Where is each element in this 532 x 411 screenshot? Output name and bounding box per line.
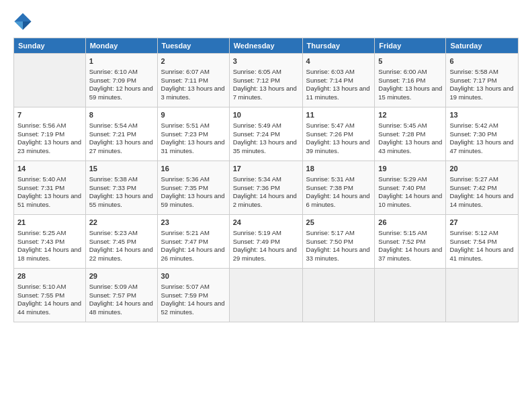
sunset-text: Sunset: 7:50 PM bbox=[306, 238, 371, 246]
day-number: 14 bbox=[17, 164, 82, 174]
cell-w5-d1: 28Sunrise: 5:10 AMSunset: 7:55 PMDayligh… bbox=[14, 269, 86, 322]
daylight-text: Daylight: 14 hours and 29 minutes. bbox=[233, 246, 299, 263]
sunrise-text: Sunrise: 5:23 AM bbox=[89, 229, 154, 238]
cell-w3-d5: 18Sunrise: 5:31 AMSunset: 7:38 PMDayligh… bbox=[302, 161, 375, 215]
daylight-text: Daylight: 13 hours and 39 minutes. bbox=[306, 138, 371, 156]
sunrise-text: Sunrise: 5:09 AM bbox=[89, 283, 154, 291]
daylight-text: Daylight: 13 hours and 43 minutes. bbox=[378, 138, 442, 156]
sunset-text: Sunset: 7:19 PM bbox=[17, 130, 82, 139]
day-number: 22 bbox=[89, 218, 154, 228]
sunset-text: Sunset: 7:31 PM bbox=[17, 184, 82, 193]
page: SundayMondayTuesdayWednesdayThursdayFrid… bbox=[0, 0, 532, 329]
day-number: 16 bbox=[161, 164, 226, 174]
daylight-text: Daylight: 14 hours and 48 minutes. bbox=[89, 300, 154, 317]
daylight-text: Daylight: 14 hours and 52 minutes. bbox=[161, 300, 226, 317]
sunset-text: Sunset: 7:16 PM bbox=[378, 77, 442, 85]
sunset-text: Sunset: 7:49 PM bbox=[233, 238, 299, 246]
svg-marker-2 bbox=[14, 21, 23, 30]
sunset-text: Sunset: 7:55 PM bbox=[17, 291, 82, 300]
cell-w5-d5 bbox=[302, 269, 375, 322]
sunrise-text: Sunrise: 5:31 AM bbox=[306, 175, 371, 184]
day-number: 6 bbox=[449, 56, 515, 66]
day-number: 28 bbox=[17, 271, 82, 281]
cell-w1-d3: 2Sunrise: 6:07 AMSunset: 7:11 PMDaylight… bbox=[157, 54, 229, 107]
week-row-5: 28Sunrise: 5:10 AMSunset: 7:55 PMDayligh… bbox=[14, 269, 519, 322]
sunset-text: Sunset: 7:17 PM bbox=[449, 77, 515, 85]
sunrise-text: Sunrise: 5:19 AM bbox=[233, 229, 299, 238]
daylight-text: Daylight: 14 hours and 10 minutes. bbox=[378, 192, 442, 210]
daylight-text: Daylight: 13 hours and 23 minutes. bbox=[17, 138, 82, 156]
sunset-text: Sunset: 7:14 PM bbox=[306, 77, 371, 85]
day-number: 26 bbox=[378, 218, 442, 228]
cell-w3-d1: 14Sunrise: 5:40 AMSunset: 7:31 PMDayligh… bbox=[14, 161, 86, 215]
daylight-text: Daylight: 14 hours and 26 minutes. bbox=[161, 246, 226, 263]
logo-icon bbox=[13, 12, 32, 31]
daylight-text: Daylight: 13 hours and 27 minutes. bbox=[89, 138, 154, 156]
sunrise-text: Sunrise: 5:27 AM bbox=[449, 175, 515, 184]
cell-w5-d6 bbox=[375, 269, 446, 322]
sunset-text: Sunset: 7:47 PM bbox=[161, 238, 226, 246]
cell-w3-d7: 20Sunrise: 5:27 AMSunset: 7:42 PMDayligh… bbox=[446, 161, 519, 215]
cell-w1-d2: 1Sunrise: 6:10 AMSunset: 7:09 PMDaylight… bbox=[85, 54, 157, 107]
sunrise-text: Sunrise: 5:54 AM bbox=[89, 122, 154, 130]
cell-w3-d3: 16Sunrise: 5:36 AMSunset: 7:35 PMDayligh… bbox=[157, 161, 229, 215]
daylight-text: Daylight: 14 hours and 6 minutes. bbox=[306, 192, 371, 210]
sunset-text: Sunset: 7:09 PM bbox=[89, 77, 154, 85]
cell-w2-d7: 13Sunrise: 5:42 AMSunset: 7:30 PMDayligh… bbox=[446, 107, 519, 161]
sunset-text: Sunset: 7:54 PM bbox=[449, 238, 515, 246]
day-number: 18 bbox=[306, 164, 371, 174]
daylight-text: Daylight: 13 hours and 7 minutes. bbox=[233, 85, 299, 102]
header-row: SundayMondayTuesdayWednesdayThursdayFrid… bbox=[14, 38, 519, 54]
sunrise-text: Sunrise: 5:07 AM bbox=[161, 283, 226, 291]
week-row-3: 14Sunrise: 5:40 AMSunset: 7:31 PMDayligh… bbox=[14, 161, 519, 215]
day-number: 4 bbox=[306, 56, 371, 66]
cell-w3-d6: 19Sunrise: 5:29 AMSunset: 7:40 PMDayligh… bbox=[375, 161, 446, 215]
cell-w2-d6: 12Sunrise: 5:45 AMSunset: 7:28 PMDayligh… bbox=[375, 107, 446, 161]
week-row-2: 7Sunrise: 5:56 AMSunset: 7:19 PMDaylight… bbox=[14, 107, 519, 161]
col-header-monday: Monday bbox=[85, 38, 157, 54]
svg-marker-0 bbox=[14, 13, 31, 21]
sunset-text: Sunset: 7:38 PM bbox=[306, 184, 371, 193]
day-number: 12 bbox=[378, 110, 442, 120]
sunrise-text: Sunrise: 5:38 AM bbox=[89, 175, 154, 184]
sunrise-text: Sunrise: 6:07 AM bbox=[161, 68, 226, 77]
sunset-text: Sunset: 7:52 PM bbox=[378, 238, 442, 246]
sunrise-text: Sunrise: 5:17 AM bbox=[306, 229, 371, 238]
sunset-text: Sunset: 7:11 PM bbox=[161, 77, 226, 85]
cell-w2-d2: 8Sunrise: 5:54 AMSunset: 7:21 PMDaylight… bbox=[85, 107, 157, 161]
svg-marker-1 bbox=[23, 21, 32, 30]
cell-w4-d5: 25Sunrise: 5:17 AMSunset: 7:50 PMDayligh… bbox=[302, 215, 375, 269]
day-number: 25 bbox=[306, 218, 371, 228]
daylight-text: Daylight: 14 hours and 44 minutes. bbox=[17, 300, 82, 317]
day-number: 1 bbox=[89, 56, 154, 66]
sunset-text: Sunset: 7:36 PM bbox=[233, 184, 299, 193]
cell-w2-d5: 11Sunrise: 5:47 AMSunset: 7:26 PMDayligh… bbox=[302, 107, 375, 161]
sunset-text: Sunset: 7:33 PM bbox=[89, 184, 154, 193]
sunrise-text: Sunrise: 5:12 AM bbox=[449, 229, 515, 238]
day-number: 11 bbox=[306, 110, 371, 120]
cell-w4-d1: 21Sunrise: 5:25 AMSunset: 7:43 PMDayligh… bbox=[14, 215, 86, 269]
day-number: 15 bbox=[89, 164, 154, 174]
sunrise-text: Sunrise: 5:51 AM bbox=[161, 122, 226, 130]
col-header-wednesday: Wednesday bbox=[229, 38, 302, 54]
sunset-text: Sunset: 7:21 PM bbox=[89, 130, 154, 139]
day-number: 30 bbox=[161, 271, 226, 281]
sunrise-text: Sunrise: 6:05 AM bbox=[233, 68, 299, 77]
cell-w5-d2: 29Sunrise: 5:09 AMSunset: 7:57 PMDayligh… bbox=[85, 269, 157, 322]
day-number: 10 bbox=[233, 110, 299, 120]
sunset-text: Sunset: 7:30 PM bbox=[449, 130, 515, 139]
sunrise-text: Sunrise: 5:29 AM bbox=[378, 175, 442, 184]
day-number: 3 bbox=[233, 56, 299, 66]
sunrise-text: Sunrise: 6:03 AM bbox=[306, 68, 371, 77]
week-row-1: 1Sunrise: 6:10 AMSunset: 7:09 PMDaylight… bbox=[14, 54, 519, 107]
sunrise-text: Sunrise: 5:10 AM bbox=[17, 283, 82, 291]
sunrise-text: Sunrise: 5:47 AM bbox=[306, 122, 371, 130]
daylight-text: Daylight: 13 hours and 55 minutes. bbox=[89, 192, 154, 210]
col-header-saturday: Saturday bbox=[446, 38, 519, 54]
day-number: 2 bbox=[161, 56, 226, 66]
sunset-text: Sunset: 7:40 PM bbox=[378, 184, 442, 193]
sunrise-text: Sunrise: 5:56 AM bbox=[17, 122, 82, 130]
day-number: 5 bbox=[378, 56, 442, 66]
col-header-sunday: Sunday bbox=[14, 38, 86, 54]
sunset-text: Sunset: 7:28 PM bbox=[378, 130, 442, 139]
